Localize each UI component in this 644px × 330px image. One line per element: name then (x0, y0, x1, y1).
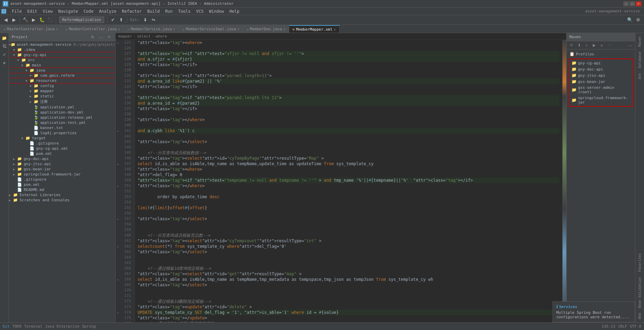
toolbar-build[interactable]: 🔨 (22, 16, 29, 24)
breadcrumb-mapper[interactable]: mapper (118, 34, 132, 39)
tab-mastercontroller[interactable]: ☕ MasterController.java ✕ (0, 25, 62, 33)
tab-memberservice[interactable]: ☕ MemberService.java ✕ (124, 25, 179, 33)
right-strip-beanvalidation[interactable]: Bean Validation (637, 275, 642, 310)
bottom-git[interactable]: Git (3, 324, 10, 329)
maven-refresh[interactable]: ↻ (568, 42, 575, 49)
tree-item-12[interactable]: 🍃 application.yml (9, 105, 115, 110)
toolbar-search[interactable]: 🔍 (626, 16, 634, 24)
tree-item-0[interactable]: ▼ 📁 asset-management-service D:/job/gykj… (9, 42, 115, 47)
tree-item-23[interactable]: ▶ 📁 gny-jtsz-api (9, 161, 115, 167)
tree-item-10[interactable]: ▶ 📁 static (9, 94, 115, 99)
bottom-spring[interactable]: Spring (82, 324, 96, 329)
tab-membermapper[interactable]: ⚙ MemberMapper.xml ✕ (289, 25, 340, 33)
tree-item-20[interactable]: 📄 gny-cg-api.xml (9, 146, 115, 151)
tab-close-membermapper[interactable]: ✕ (334, 28, 336, 31)
tree-item-13[interactable]: 🍃 application-dev.yml (9, 110, 115, 115)
project-settings[interactable]: ⚙ (89, 34, 96, 40)
menu-refactor[interactable]: Refactor (119, 8, 144, 14)
tab-close-membercontroller[interactable]: ✕ (118, 27, 120, 31)
tree-item-6[interactable]: ▼ 📁 com.gmis.reform (9, 73, 115, 78)
right-strip-database[interactable]: Database (637, 50, 642, 70)
minimize-button[interactable]: ─ (623, 1, 629, 6)
tree-item-2[interactable]: ▼ 📁 gny-cg-api (9, 52, 115, 57)
activity-favorites[interactable]: ★ (1, 59, 8, 67)
maven-download[interactable]: ⬇ (576, 42, 582, 49)
activity-structure[interactable]: 🏗 (1, 43, 8, 50)
bottom-java-ent[interactable]: Java Enterprise (45, 324, 79, 329)
menu-code[interactable]: Code (81, 8, 96, 14)
maven-profiles[interactable]: 📋 Profiles (567, 51, 635, 57)
maven-item-2[interactable]: 📁 gny-jtsz-api (569, 72, 633, 78)
tab-memberdao[interactable]: ☕ MemberDao.java ✕ (243, 25, 289, 33)
toolbar-git-pull[interactable]: ⬇ (141, 16, 149, 24)
menu-analyze[interactable]: Analyze (96, 8, 119, 14)
right-strip-favorites[interactable]: Favorites (637, 251, 642, 274)
tree-item-25[interactable]: ▶ 📁 springcloud-framework-jar (9, 172, 115, 177)
tree-item-3[interactable]: ▼ 📁 src (9, 57, 115, 63)
tree-item-28[interactable]: 📄 README.md (9, 187, 115, 192)
menu-tools[interactable]: Tools (175, 8, 193, 14)
tab-memberserviceimpl[interactable]: ☕ MemberServiceImpl.java ✕ (179, 25, 243, 33)
toolbar-debug[interactable]: 🐛 (38, 16, 46, 24)
tree-item-4[interactable]: ▼ 📁 main (9, 63, 115, 68)
tab-close-memberservice[interactable]: ✕ (173, 27, 175, 31)
maven-more[interactable]: ⋯ (606, 42, 613, 49)
maven-collapse[interactable]: — (627, 42, 634, 49)
tree-item-22[interactable]: ▶ 📁 gny-doc-api (9, 156, 115, 161)
right-strip-maven[interactable]: Maven (637, 34, 642, 49)
bottom-terminal[interactable]: Terminal (24, 324, 42, 329)
menu-run[interactable]: Run (162, 8, 175, 14)
toolbar-git-merge[interactable]: ⇋ (150, 16, 157, 24)
tree-item-1[interactable]: ▼ 📁 .idea (9, 47, 115, 52)
tree-item-30[interactable]: ▶ 📁 Scratches and Consoles (9, 198, 115, 203)
tree-item-18[interactable]: ▼ 📁 target (9, 136, 115, 141)
activity-project[interactable]: 📁 (1, 34, 8, 42)
activity-commit[interactable]: ✔ (1, 51, 8, 58)
project-close[interactable]: ✕ (106, 34, 112, 40)
run-config-dropdown[interactable]: ReformApplication (59, 17, 104, 23)
menu-edit[interactable]: Edit (24, 8, 40, 14)
right-strip-ant[interactable]: Ant (637, 71, 642, 81)
maven-item-5[interactable]: 📁 springcloud-framework-jar (569, 95, 633, 105)
tree-item-27[interactable]: 📄 pom.xml (9, 182, 115, 187)
toolbar-fwd[interactable]: ▶ (10, 16, 18, 24)
tree-item-29[interactable]: ▶ 📁 External Libraries (9, 192, 115, 198)
tree-item-17[interactable]: 📄 log4j.properties (9, 130, 115, 136)
toolbar-commit[interactable]: ✔ (109, 16, 117, 24)
breadcrumb-select[interactable]: select (137, 34, 151, 39)
maven-add[interactable]: + (583, 42, 590, 49)
tree-item-16[interactable]: 📄 banner.txt (9, 125, 115, 130)
close-button[interactable]: ✕ (636, 1, 641, 6)
project-collapse[interactable]: — (97, 34, 104, 40)
maven-item-1[interactable]: 📁 gny-doc-api (569, 66, 633, 72)
menu-help[interactable]: Help (227, 8, 242, 14)
menu-vcs[interactable]: VCS (193, 8, 206, 14)
toolbar-push[interactable]: ⬆ (118, 16, 125, 24)
maven-item-4[interactable]: 📁 gss-server-admin (root) (569, 85, 633, 95)
tree-item-24[interactable]: ▶ 📁 gss-bean-jar (9, 167, 115, 172)
menu-build[interactable]: Build (144, 8, 162, 14)
menu-navigate[interactable]: Navigate (55, 8, 81, 14)
tab-close-memberserviceimpl[interactable]: ✕ (237, 27, 239, 31)
maven-run[interactable]: ▶ (591, 42, 598, 49)
tree-item-21[interactable]: 📄 pom.xml (9, 151, 115, 156)
breadcrumb-where[interactable]: where (156, 34, 167, 39)
right-strip-web[interactable]: Web (637, 311, 642, 321)
menu-window[interactable]: Window (206, 8, 227, 14)
code-body[interactable]: "attr">class="tag"><where> "attr">class=… (135, 40, 562, 322)
tab-close-memberdao[interactable]: ✕ (283, 27, 285, 31)
toolbar-stop[interactable]: ⬛ (46, 16, 54, 24)
menu-file[interactable]: File (9, 8, 24, 14)
maven-item-3[interactable]: 📁 gss-bean-jar (569, 78, 633, 85)
maximize-button[interactable]: □ (630, 1, 635, 6)
tree-item-5[interactable]: ▼ 📁 java (9, 68, 115, 73)
tab-close-mastercontroller[interactable]: ✕ (56, 27, 58, 31)
tree-item-8[interactable]: ▼ 📁 config (9, 83, 115, 88)
tree-item-15[interactable]: 🍃 application-test.yml (9, 120, 115, 125)
tree-item-19[interactable]: 📄 .gitignore (9, 141, 115, 146)
tree-item-26[interactable]: 📄 .gitignore (9, 177, 115, 182)
tab-membercontroller[interactable]: ☕ MemberController.java ✕ (62, 25, 124, 33)
toolbar-settings[interactable]: ⚙ (634, 16, 642, 24)
tree-item-11[interactable]: ▶ 📁 注释 (9, 99, 115, 105)
menu-view[interactable]: View (40, 8, 55, 14)
